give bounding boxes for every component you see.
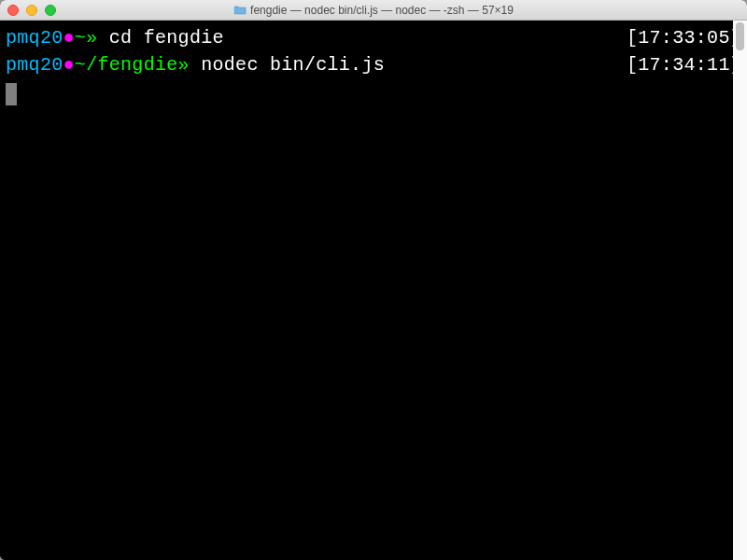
command-text: nodec bin/cli.js	[201, 51, 385, 78]
scrollbar-thumb[interactable]	[736, 22, 744, 50]
terminal-window: fengdie — nodec bin/cli.js — nodec — -zs…	[0, 0, 747, 560]
prompt-user: pmq20	[6, 24, 63, 51]
cursor	[6, 83, 17, 105]
window-title: fengdie — nodec bin/cli.js — nodec — -zs…	[250, 4, 514, 17]
terminal-line: pmq20●~» cd fengdie [17:33:05]	[6, 24, 741, 51]
minimize-button[interactable]	[26, 5, 37, 16]
command-text: cd fengdie	[109, 24, 224, 51]
scrollbar[interactable]	[733, 21, 747, 560]
folder-icon	[233, 5, 247, 15]
prompt-user: pmq20	[6, 51, 63, 78]
traffic-lights	[7, 5, 56, 16]
titlebar[interactable]: fengdie — nodec bin/cli.js — nodec — -zs…	[0, 0, 747, 21]
prompt-arrow: »	[178, 51, 190, 78]
prompt-dot: ●	[63, 24, 75, 51]
timestamp: [17:34:11]	[627, 51, 741, 78]
prompt-path: ~	[75, 24, 86, 51]
prompt-path: ~/fengdie	[75, 51, 178, 78]
maximize-button[interactable]	[45, 5, 56, 16]
close-button[interactable]	[7, 5, 19, 16]
terminal-line: pmq20●~/fengdie» nodec bin/cli.js [17:34…	[6, 51, 741, 78]
window-title-container: fengdie — nodec bin/cli.js — nodec — -zs…	[233, 4, 514, 17]
cursor-line	[6, 78, 741, 105]
prompt-dot: ●	[63, 51, 75, 78]
timestamp: [17:33:05]	[627, 24, 741, 51]
prompt-arrow: »	[86, 24, 97, 51]
terminal-body[interactable]: pmq20●~» cd fengdie [17:33:05] pmq20●~/f…	[0, 21, 747, 560]
